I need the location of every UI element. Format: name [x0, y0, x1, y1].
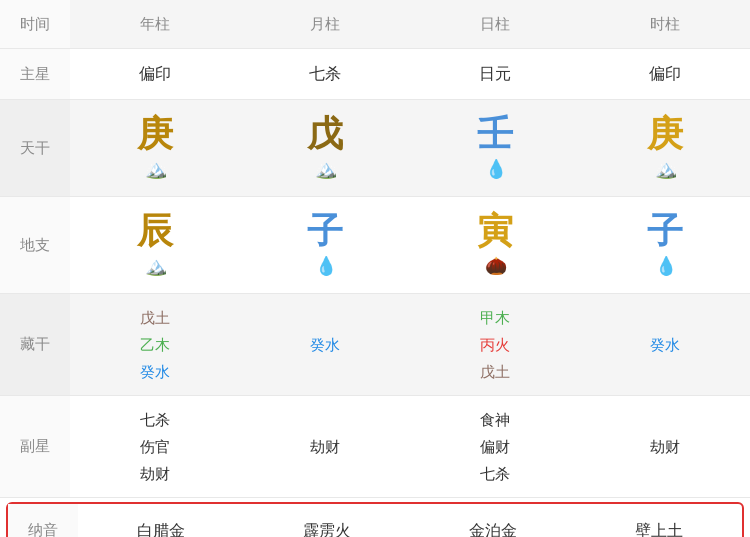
zhuxing-hour: 偏印: [580, 49, 750, 99]
fuxing-day: 食神 偏财 七杀: [410, 396, 580, 497]
fuxing-row: 副星 七杀 伤官 劫财 劫财 食神 偏财 七杀 劫财: [0, 396, 750, 498]
dz-hour-char: 子: [647, 209, 683, 252]
nayin-day-val: 金泊金: [469, 518, 517, 537]
tg-day-emoji: 💧: [485, 155, 507, 184]
cg-day-1: 甲木: [480, 304, 510, 331]
cg-day-2: 丙火: [480, 331, 510, 358]
dizhi-day: 寅🌰: [410, 197, 580, 293]
tg-hour-emoji: 🏔️: [655, 155, 677, 184]
nayin-year-val: 白腊金: [137, 518, 185, 537]
canggan-hour: 癸水: [580, 294, 750, 395]
fuxing-year: 七杀 伤官 劫财: [70, 396, 240, 497]
fx-year-1: 七杀: [140, 406, 170, 433]
dz-year-char: 辰: [137, 209, 173, 252]
tg-year-emoji: 🏔️: [145, 155, 167, 184]
nayin-year: 白腊金: [78, 504, 244, 537]
tiangan-month: 戊🏔️: [240, 100, 410, 196]
dz-hour-emoji: 💧: [655, 252, 677, 281]
header-shizhu: 时柱: [580, 0, 750, 48]
cg-hour-1: 癸水: [650, 331, 680, 358]
nayin-month-val: 霹雳火: [303, 518, 351, 537]
dz-month-char: 子: [307, 209, 343, 252]
canggan-month: 癸水: [240, 294, 410, 395]
dizhi-row: 地支 辰🏔️ 子💧 寅🌰 子💧: [0, 197, 750, 294]
nayin-day: 金泊金: [410, 504, 576, 537]
cg-day-3: 戊土: [480, 358, 510, 385]
tiangan-year: 庚🏔️: [70, 100, 240, 196]
dizhi-year: 辰🏔️: [70, 197, 240, 293]
col-hour: 时柱: [650, 12, 680, 36]
bazi-table: 时间 年柱 月柱 日柱 时柱 主星 偏印 七杀 日元 偏印 天干: [0, 0, 750, 537]
fx-day-3: 七杀: [480, 460, 510, 487]
nayin-hour: 壁上土: [576, 504, 742, 537]
dz-day-emoji: 🌰: [485, 252, 507, 281]
fx-month-1: 劫财: [310, 433, 340, 460]
header-row: 时间 年柱 月柱 日柱 时柱: [0, 0, 750, 49]
tg-month-char: 戊: [307, 112, 343, 155]
zhuxing-row: 主星 偏印 七杀 日元 偏印: [0, 49, 750, 100]
fuxing-month: 劫财: [240, 396, 410, 497]
dz-day-char: 寅: [477, 209, 513, 252]
fx-day-2: 偏财: [480, 433, 510, 460]
dizhi-hour: 子💧: [580, 197, 750, 293]
fuxing-label: 副星: [0, 396, 70, 497]
canggan-year: 戊土 乙木 癸水: [70, 294, 240, 395]
header-label: 时间: [0, 0, 70, 48]
col-month: 月柱: [310, 12, 340, 36]
tiangan-hour: 庚🏔️: [580, 100, 750, 196]
cg-year-1: 戊土: [140, 304, 170, 331]
tg-day-char: 壬: [477, 112, 513, 155]
dz-year-emoji: 🏔️: [145, 252, 167, 281]
nayin-month: 霹雳火: [244, 504, 410, 537]
header-rizhu: 日柱: [410, 0, 580, 48]
fx-year-2: 伤官: [140, 433, 170, 460]
nayin-label: 纳音: [8, 504, 78, 537]
zhuxing-day: 日元: [410, 49, 580, 99]
dz-month-emoji: 💧: [315, 252, 337, 281]
cg-month-1: 癸水: [310, 331, 340, 358]
canggan-row: 藏干 戊土 乙木 癸水 癸水 甲木 丙火 戊土 癸水: [0, 294, 750, 396]
fx-day-1: 食神: [480, 406, 510, 433]
zhuxing-month: 七杀: [240, 49, 410, 99]
dizhi-month: 子💧: [240, 197, 410, 293]
zhuxing-hour-val: 偏印: [649, 61, 681, 87]
header-yuezhu: 月柱: [240, 0, 410, 48]
tiangan-label: 天干: [0, 100, 70, 196]
zhuxing-label: 主星: [0, 49, 70, 99]
fuxing-hour: 劫财: [580, 396, 750, 497]
tiangan-day: 壬💧: [410, 100, 580, 196]
col-day: 日柱: [480, 12, 510, 36]
zhuxing-month-val: 七杀: [309, 61, 341, 87]
tiangan-row: 天干 庚🏔️ 戊🏔️ 壬💧 庚🏔️: [0, 100, 750, 197]
canggan-day: 甲木 丙火 戊土: [410, 294, 580, 395]
dizhi-label: 地支: [0, 197, 70, 293]
fx-hour-1: 劫财: [650, 433, 680, 460]
header-nianzhu: 年柱: [70, 0, 240, 48]
zhuxing-year-val: 偏印: [139, 61, 171, 87]
tg-month-emoji: 🏔️: [315, 155, 337, 184]
zhuxing-day-val: 日元: [479, 61, 511, 87]
nayin-row: 纳音 白腊金 霹雳火 金泊金 壁上土: [6, 502, 744, 537]
canggan-label: 藏干: [0, 294, 70, 395]
fx-year-3: 劫财: [140, 460, 170, 487]
zhuxing-year: 偏印: [70, 49, 240, 99]
tg-hour-char: 庚: [647, 112, 683, 155]
col-time: 时间: [20, 12, 50, 36]
cg-year-3: 癸水: [140, 358, 170, 385]
col-year: 年柱: [140, 12, 170, 36]
cg-year-2: 乙木: [140, 331, 170, 358]
nayin-hour-val: 壁上土: [635, 518, 683, 537]
tg-year-char: 庚: [137, 112, 173, 155]
